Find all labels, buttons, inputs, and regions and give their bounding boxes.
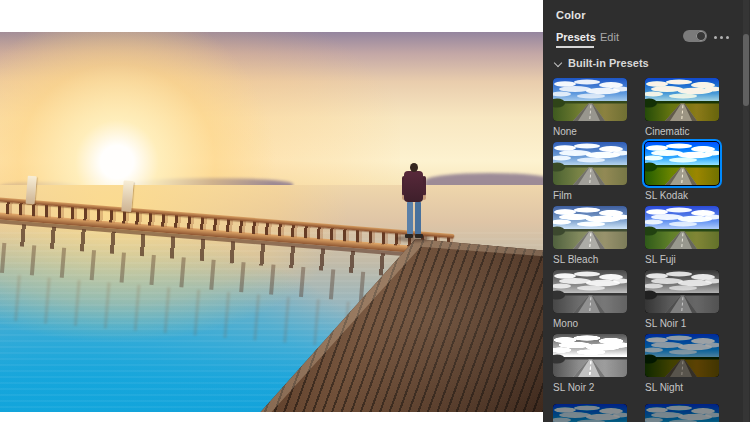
road-scene-thumbnail xyxy=(553,78,627,121)
preset-label: SL Noir 2 xyxy=(553,382,627,393)
preset-tile[interactable] xyxy=(645,404,719,422)
road-scene-thumbnail xyxy=(553,206,627,249)
builtin-presets-header[interactable]: Built-in Presets xyxy=(554,57,649,69)
preset-tile[interactable]: SL Bleach xyxy=(553,206,627,265)
person-leg xyxy=(407,201,413,235)
preset-label: SL Bleach xyxy=(553,254,627,265)
color-enabled-toggle[interactable] xyxy=(683,30,707,42)
tab-edit[interactable]: Edit xyxy=(600,31,619,43)
preset-label: SL Fuji xyxy=(645,254,719,265)
preset-thumbnail-image xyxy=(553,142,627,185)
standing-person xyxy=(400,163,428,243)
toggle-knob xyxy=(696,31,706,41)
photo-preview xyxy=(0,32,543,412)
road-scene-thumbnail xyxy=(553,270,627,313)
road-scene-thumbnail xyxy=(645,404,719,422)
preset-tile[interactable]: None xyxy=(553,78,627,137)
person-torso xyxy=(404,171,423,202)
preset-label: None xyxy=(553,126,627,137)
preset-thumbnail-image xyxy=(553,404,627,422)
preset-tile[interactable] xyxy=(553,404,627,422)
preset-tile[interactable]: SL Fuji xyxy=(645,206,719,265)
section-title: Built-in Presets xyxy=(568,57,649,69)
panel-title: Color xyxy=(556,9,586,21)
preset-thumbnail-image xyxy=(645,142,719,185)
preset-label: SL Kodak xyxy=(645,190,719,201)
person-foot xyxy=(405,234,413,238)
preset-label: Mono xyxy=(553,318,627,329)
road-scene-thumbnail xyxy=(553,404,627,422)
road-scene-thumbnail xyxy=(553,142,627,185)
road-scene-thumbnail xyxy=(645,270,719,313)
preset-thumbnail-image xyxy=(645,334,719,377)
preset-label: Cinematic xyxy=(645,126,719,137)
preset-label: Film xyxy=(553,190,627,201)
tab-presets[interactable]: Presets xyxy=(556,31,596,43)
preset-label: SL Night xyxy=(645,382,719,393)
preset-thumbnail-image xyxy=(645,78,719,121)
road-scene-thumbnail xyxy=(645,334,719,377)
preset-thumbnail-image xyxy=(645,206,719,249)
preset-thumbnail-image xyxy=(645,404,719,422)
person-foot xyxy=(415,234,423,238)
scrollbar-thumb[interactable] xyxy=(743,34,749,106)
more-options-icon[interactable] xyxy=(714,34,734,40)
preset-tile[interactable]: Film xyxy=(553,142,627,201)
preset-tile[interactable]: SL Noir 2 xyxy=(553,334,627,393)
preset-thumbnail-image xyxy=(553,270,627,313)
preset-tile[interactable]: SL Noir 1 xyxy=(645,270,719,329)
active-tab-underline xyxy=(556,46,594,48)
chevron-down-icon xyxy=(554,59,562,67)
preset-tile[interactable]: SL Kodak xyxy=(645,142,719,201)
preset-tile[interactable]: Cinematic xyxy=(645,78,719,137)
person-head xyxy=(410,163,418,172)
preset-thumbnail-image xyxy=(553,78,627,121)
preset-thumbnail-image xyxy=(553,206,627,249)
preset-tile[interactable]: Mono xyxy=(553,270,627,329)
road-scene-thumbnail xyxy=(645,206,719,249)
person-leg xyxy=(415,201,421,235)
preset-label: SL Noir 1 xyxy=(645,318,719,329)
road-scene-thumbnail xyxy=(553,334,627,377)
preset-grid: None xyxy=(553,78,743,422)
color-panel: Color Presets Edit Built-in Presets xyxy=(543,0,750,422)
person-shadow xyxy=(396,235,430,242)
road-scene-thumbnail xyxy=(645,78,719,121)
road-scene-thumbnail xyxy=(645,142,719,185)
preset-tile[interactable]: SL Night xyxy=(645,334,719,393)
preset-thumbnail-image xyxy=(553,334,627,377)
preset-thumbnail-image xyxy=(645,270,719,313)
